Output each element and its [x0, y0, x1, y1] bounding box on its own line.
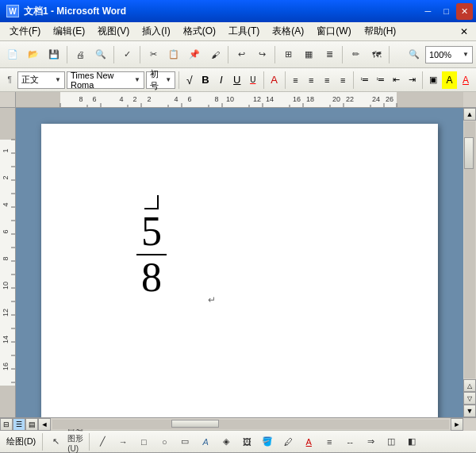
scroll-pagedown-button[interactable]: ▽ — [463, 392, 476, 405]
print-button[interactable]: 🖨 — [71, 45, 90, 64]
decrease-indent-button[interactable]: ⇤ — [389, 71, 403, 89]
select-button[interactable]: ↖ — [46, 432, 65, 451]
align-center-button[interactable]: ≡ — [304, 71, 318, 89]
insert-clip-button[interactable]: 🖼 — [237, 432, 256, 451]
underline-button[interactable]: U — [230, 71, 244, 89]
highlight-button[interactable]: A — [442, 71, 457, 89]
title-controls: ─ □ ✕ — [420, 3, 473, 20]
insert-excel-button[interactable]: ▦ — [299, 45, 318, 64]
menu-insert[interactable]: 插入(I) — [136, 23, 176, 40]
scroll-thumb-h[interactable] — [171, 420, 219, 428]
copy-button[interactable]: 📋 — [164, 45, 183, 64]
format-painter-button[interactable]: 🖌 — [205, 45, 225, 64]
svg-rect-40 — [0, 386, 16, 417]
redo-button[interactable]: ↪ — [252, 45, 271, 64]
cut-icon: ✂ — [150, 49, 157, 60]
zoom-out-button[interactable]: 🔍 — [405, 45, 424, 64]
rect-button[interactable]: □ — [134, 432, 153, 451]
close-button[interactable]: ✕ — [456, 3, 473, 20]
save-button[interactable]: 💾 — [44, 45, 63, 64]
style-selector[interactable]: 正文 ▼ — [17, 71, 65, 89]
print-view-button[interactable]: ▤ — [25, 418, 38, 431]
font-selector[interactable]: Times New Roma ▼ — [67, 71, 144, 89]
arrow-button[interactable]: → — [113, 432, 132, 451]
insert-diagram-button[interactable]: ◈ — [217, 432, 236, 451]
menu-view[interactable]: 视图(V) — [91, 23, 136, 40]
paste-button[interactable]: 📌 — [185, 45, 204, 64]
fill-color-button[interactable]: 🪣 — [258, 432, 277, 451]
print-preview-button[interactable]: 🔍 — [91, 45, 110, 64]
spell-check-button[interactable]: ✓ — [117, 45, 136, 64]
normal-view-button[interactable]: ⊟ — [0, 418, 13, 431]
font-color3-button[interactable]: A — [299, 432, 318, 451]
bold-button[interactable]: B — [198, 71, 213, 89]
menu-table[interactable]: 表格(A) — [266, 23, 310, 40]
draw-sep1 — [42, 433, 43, 451]
svg-text:26: 26 — [386, 95, 393, 103]
align-right-button[interactable]: ≡ — [320, 71, 334, 89]
font-color-button[interactable]: A — [267, 71, 282, 89]
bullets-button[interactable]: ≔ — [373, 71, 387, 89]
scroll-track-v[interactable] — [464, 121, 475, 378]
scroll-right-button[interactable]: ► — [451, 418, 463, 431]
scroll-up-button[interactable]: ▲ — [463, 108, 476, 121]
cut-button[interactable]: ✂ — [144, 45, 163, 64]
svg-text:12: 12 — [2, 309, 10, 317]
paste-icon: 📌 — [189, 49, 200, 60]
autoshapes-button[interactable]: 自选图形(U) ▼ — [67, 432, 86, 451]
line-color-button[interactable]: 🖊 — [278, 432, 298, 451]
font-size-selector[interactable]: 初号 ▼ — [146, 71, 175, 89]
styles-pane-button[interactable]: ¶ — [3, 71, 16, 90]
menu-file[interactable]: 文件(F) — [3, 23, 47, 40]
menu-close-button[interactable]: ✕ — [455, 25, 473, 39]
numbering-button[interactable]: ≔ — [357, 71, 371, 89]
print-icon: 🖨 — [76, 50, 85, 60]
drawing-button[interactable]: ✏ — [346, 45, 365, 64]
svg-text:8: 8 — [79, 95, 83, 103]
align-left-button[interactable]: ≡ — [288, 71, 302, 89]
svg-text:2: 2 — [2, 175, 10, 179]
arrow-style-button[interactable]: ⇒ — [361, 432, 380, 451]
columns-button[interactable]: ≣ — [320, 45, 339, 64]
zoom-selector[interactable]: 100% ▼ — [425, 46, 473, 63]
scroll-thumb-v[interactable] — [464, 137, 474, 169]
new-button[interactable]: 📄 — [3, 45, 22, 64]
wordart-button[interactable]: A — [196, 432, 215, 451]
svg-text:1: 1 — [2, 148, 10, 152]
oval-button[interactable]: ○ — [155, 432, 174, 451]
vertical-scrollbar[interactable]: ▲ △ ▽ ▼ — [463, 108, 476, 417]
draw-menu-button[interactable]: 绘图(D) — [3, 436, 39, 447]
textbox-button[interactable]: ▭ — [175, 432, 194, 451]
open-button[interactable]: 📂 — [24, 45, 43, 64]
italic-button[interactable]: I — [214, 71, 228, 89]
svg-text:16: 16 — [293, 95, 301, 103]
increase-indent-button[interactable]: ⇥ — [405, 71, 419, 89]
scroll-left-button[interactable]: ◄ — [38, 418, 51, 431]
outside-border-button[interactable]: ▣ — [426, 71, 440, 89]
outline-view-button[interactable]: ☰ — [13, 418, 25, 431]
dash-style-button[interactable]: -- — [340, 432, 359, 451]
menu-window[interactable]: 窗口(W) — [310, 23, 357, 40]
shadow-button[interactable]: ◫ — [382, 432, 401, 451]
line-button[interactable]: ╱ — [93, 432, 112, 451]
menu-edit[interactable]: 编辑(E) — [47, 23, 91, 40]
document-page: 5 8 ↵ — [41, 124, 438, 417]
scroll-down-button[interactable]: ▼ — [463, 405, 476, 417]
underline-color-button[interactable]: U — [246, 71, 260, 89]
justify-button[interactable]: ≡ — [336, 71, 350, 89]
document-map-button[interactable]: 🗺 — [367, 45, 386, 64]
scroll-pageup-button[interactable]: △ — [463, 379, 476, 392]
font-color2-button[interactable]: A — [459, 71, 473, 89]
3d-button[interactable]: ◧ — [402, 432, 421, 451]
scroll-track-h[interactable] — [52, 420, 449, 429]
line-style-button[interactable]: ≡ — [320, 432, 339, 451]
menu-tools[interactable]: 工具(T) — [222, 23, 266, 40]
minimize-button[interactable]: ─ — [420, 3, 436, 20]
menu-format[interactable]: 格式(O) — [177, 23, 222, 40]
undo-button[interactable]: ↩ — [232, 45, 251, 64]
menu-help[interactable]: 帮助(H) — [358, 23, 403, 40]
formula-button[interactable]: √ — [182, 71, 197, 89]
insert-table-button[interactable]: ⊞ — [278, 45, 298, 64]
maximize-button[interactable]: □ — [438, 3, 455, 20]
document-area[interactable]: 5 8 ↵ — [16, 108, 463, 417]
